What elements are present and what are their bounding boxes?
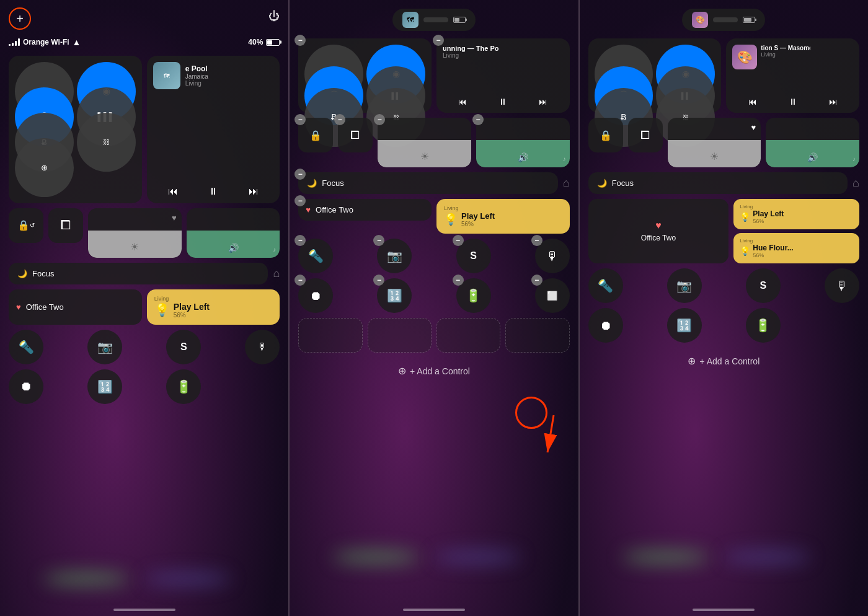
home-icon: ⌂ — [273, 263, 280, 284]
play-pause-button[interactable]: ⏸ — [208, 186, 218, 197]
next-btn-2[interactable]: ⏭ — [539, 97, 547, 107]
calc-container-2: − 🔢 — [377, 278, 412, 313]
remove-battery-button[interactable]: − — [453, 275, 464, 286]
play-left-button-3[interactable]: Living 💡 Play Left 56% — [733, 199, 859, 229]
power-button[interactable]: ⏻ — [268, 10, 280, 23]
next-btn-3[interactable]: ⏭ — [829, 97, 838, 107]
volume-slider[interactable]: 🔊 ♪ — [187, 208, 280, 258]
connectivity-block-2: ✈ ◉ ⌒ ▌▌ Ƀ ⛓ — [298, 38, 432, 113]
empty-slot-4 — [505, 318, 569, 353]
brightness-slider-3[interactable]: ☀ ♥ — [668, 118, 761, 167]
remove-volume-button[interactable]: − — [472, 114, 484, 125]
add-control-button-2[interactable]: ⊕ + Add a Control — [298, 358, 569, 384]
record-container-2: − ⏺ — [298, 278, 333, 313]
voice-button-3[interactable]: 🎙 — [825, 268, 859, 303]
prev-button[interactable]: ⏮ — [168, 186, 178, 197]
album-art-3: 🎨 — [732, 45, 757, 69]
brightness-slider-2[interactable]: ☀ — [378, 118, 471, 167]
home-icon-3: ⌂ — [852, 172, 859, 194]
lock-rotation-button-3[interactable]: 🔒 — [588, 118, 623, 152]
lock-rotation-button[interactable]: 🔒↺ — [9, 208, 43, 243]
shazam-button[interactable]: S — [166, 330, 201, 364]
conn-block-container: − ✈ ◉ ⌒ ▌▌ Ƀ ⛓ — [298, 38, 432, 113]
office-label-2: Office Two — [316, 205, 353, 214]
wifi-icon: ▲ — [73, 37, 81, 47]
hue-title-3: Hue Flour... — [753, 244, 793, 252]
link-button[interactable]: ⛓ — [77, 113, 136, 172]
add-icon-2: ⊕ — [398, 365, 406, 377]
play-room-2: Living — [444, 205, 562, 211]
play-btn-3[interactable]: ⏸ — [789, 97, 797, 107]
add-label-2: + Add a Control — [410, 366, 470, 376]
focus-label-2: Focus — [322, 178, 343, 188]
add-control-button[interactable]: + — [9, 7, 31, 30]
heart-icon-3: ♥ — [655, 220, 662, 231]
prev-btn-3[interactable]: ⏮ — [748, 97, 757, 107]
focus-button[interactable]: 🌙 Focus — [9, 263, 268, 284]
panel-3: 🎨 ✈ ◉ ⌒ ▌▌ Ƀ ⛓ 🎨 tion S — — [580, 0, 868, 616]
play-left-button[interactable]: Living 💡 Play Left 56% — [147, 289, 280, 325]
play-left-title: Play Left — [174, 302, 210, 312]
screen-mirror-button[interactable]: ⧠ — [48, 208, 83, 243]
hue-pct-3: 56% — [753, 252, 793, 258]
bottom-icons-row2: ⏺ 🔢 🔋 — [9, 369, 280, 404]
calculator-button[interactable]: 🔢 — [87, 369, 122, 404]
carrier-name: Orange Wi-Fi — [23, 38, 69, 46]
record-button-3[interactable]: ⏺ — [588, 308, 623, 343]
flashlight-button-3[interactable]: 🔦 — [588, 268, 623, 303]
focus-button-2[interactable]: 🌙 Focus — [298, 172, 557, 194]
top-pill-3: 🎨 — [682, 9, 765, 31]
connectivity-block: ✈ ◉ ⌒ ▌▌▌ Ƀ ⛓ ⊕ — [9, 56, 142, 203]
play-room-label: Living — [154, 296, 273, 302]
home-icon-2: ⌂ — [563, 172, 570, 194]
album-art: 🗺 — [153, 62, 180, 89]
signal-strength — [9, 38, 20, 46]
heart-icon: ♥ — [16, 302, 21, 312]
play-left-button-2[interactable]: Living 💡 Play Left 56% — [436, 199, 570, 234]
add-control-button-3[interactable]: ⊕ + Add a Control — [588, 348, 859, 374]
voice-button[interactable]: 🎙 — [245, 330, 280, 364]
media-controls-3: ⏮ ⏸ ⏭ — [732, 97, 853, 107]
status-left: Orange Wi-Fi ▲ — [9, 37, 81, 47]
office-two-button-2[interactable]: ♥ Office Two — [298, 199, 432, 221]
brightness-container-2: − ☀ — [378, 118, 471, 167]
battery-icon — [266, 39, 280, 46]
shazam-button-3[interactable]: S — [746, 268, 781, 303]
mirror-button-3[interactable]: ⧠ — [628, 118, 663, 152]
office-two-button[interactable]: ♥ Office Two — [9, 289, 142, 325]
calc-button-3[interactable]: 🔢 — [667, 308, 702, 343]
prev-btn-2[interactable]: ⏮ — [458, 97, 467, 107]
add-icon-3: ⊕ — [688, 355, 696, 367]
add-label-3: + Add a Control — [699, 356, 760, 366]
flashlight-button[interactable]: 🔦 — [9, 330, 43, 364]
remove-voice-button[interactable]: − — [531, 235, 542, 246]
hue-button-3[interactable]: Living 💡 Hue Flour... 56% — [733, 233, 859, 263]
camera-button-3[interactable]: 📷 — [667, 268, 702, 303]
office-two-button-3[interactable]: ♥ Office Two — [588, 199, 729, 263]
media-controls-2: ⏮ ⏸ ⏭ — [443, 97, 564, 107]
volume-slider-3[interactable]: 🔊 ♪ — [766, 118, 859, 167]
play-title-3: Play Left — [753, 209, 784, 218]
remove-media-button[interactable]: − — [433, 35, 444, 46]
record-button[interactable]: ⏺ — [9, 369, 43, 404]
svg-line-1 — [547, 415, 554, 452]
focus-button-3[interactable]: 🌙 Focus — [588, 172, 848, 194]
remove-shazam-button[interactable]: − — [453, 235, 464, 246]
track-title-3: tion S — Masome — [761, 45, 810, 51]
moon-icon-3: 🌙 — [597, 178, 607, 188]
focus-label: Focus — [32, 269, 54, 278]
globe-button[interactable]: ⊕ — [15, 138, 74, 197]
brightness-slider[interactable]: ☀ ♥ — [88, 208, 182, 258]
camera-button[interactable]: 📷 — [87, 330, 122, 364]
extra-container-2: − ⬜ — [535, 278, 570, 313]
battery-button-3[interactable]: 🔋 — [746, 308, 781, 343]
battery-saver-button[interactable]: 🔋 — [166, 369, 201, 404]
volume-slider-2[interactable]: 🔊 ♪ — [476, 118, 570, 167]
next-button[interactable]: ⏭ — [249, 186, 259, 197]
remove-extra-button[interactable]: − — [531, 275, 542, 286]
track-title-2: unning — The Po — [443, 45, 564, 52]
play-btn-2[interactable]: ⏸ — [498, 97, 507, 107]
top-thumb-3: 🎨 — [692, 12, 708, 28]
media-block: 🗺 e Pool Jamaica Living ⏮ ⏸ ⏭ — [147, 56, 280, 203]
volume-container-2: − 🔊 ♪ — [476, 118, 570, 167]
